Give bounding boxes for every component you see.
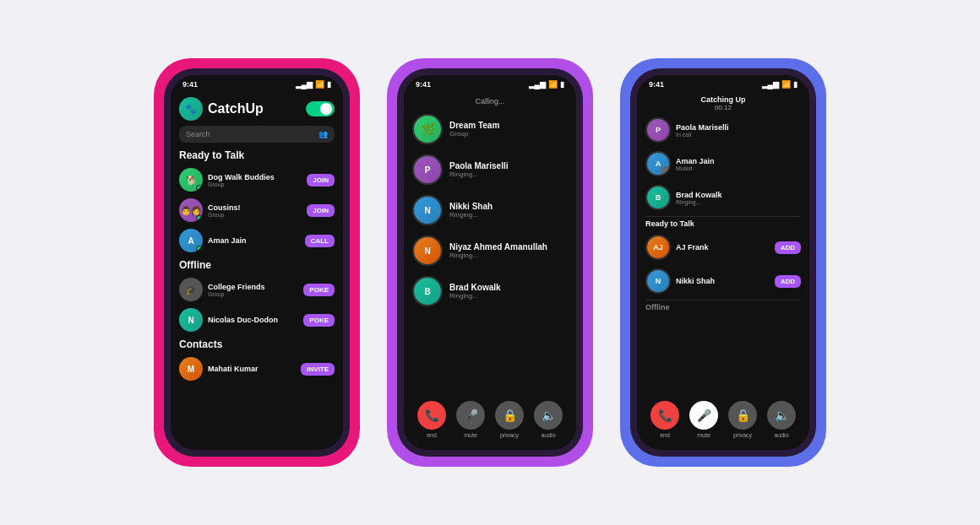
audio-label-2: audio	[541, 432, 555, 438]
end-call-btn[interactable]: 📞 end	[417, 401, 446, 438]
privacy-label-3: privacy	[733, 432, 752, 438]
section-ready-3: Ready to Talk	[645, 219, 801, 228]
calling-status-brad: Ringing...	[449, 292, 568, 300]
avatar-aman: A	[179, 229, 203, 252]
calling-avatar-brad: B	[412, 276, 443, 306]
contact-name-nicolas: Nicolas Duc-Dodon	[208, 316, 298, 324]
privacy-icon-2: 🔒	[495, 401, 524, 430]
calling-row-niyaz: N Niyaz Ahmed Amanullah Ringing...	[412, 230, 568, 271]
contact-sub-cousins: Group	[208, 212, 302, 218]
audio-btn-3[interactable]: 🔈 audio	[767, 401, 796, 438]
calling-status-label: Calling...	[404, 90, 576, 109]
status-icons-3: ▂▄▆ 📶 ▮	[762, 80, 798, 89]
contact-dog-walk: 🐕 Dog Walk Buddies Group JOIN	[179, 165, 335, 195]
calling-info-paola: Paola Mariselli Ringing...	[449, 161, 568, 178]
time-2: 9:41	[416, 80, 431, 89]
contact-cousins: 👨‍👩 Cousins! Group JOIN	[179, 195, 335, 225]
phone-3-screen: 9:41 ▂▄▆ 📶 ▮ Catching Up 00:12 P	[637, 75, 809, 450]
battery-icon: ▮	[327, 80, 331, 89]
audio-icon-3: 🔈	[767, 401, 796, 430]
mute-btn-2[interactable]: 🎤 mute	[456, 401, 485, 438]
call-button-aman[interactable]: CALL	[305, 235, 335, 247]
incall-info-nikki3: Nikki Shah	[676, 277, 770, 285]
calling-name-brad: Brad Kowalk	[449, 283, 568, 292]
audio-btn-2[interactable]: 🔈 audio	[534, 401, 563, 438]
poke-button-college[interactable]: POKE	[303, 284, 335, 296]
end-label-3: end	[660, 432, 670, 438]
contact-info-aman: Aman Jain	[208, 236, 300, 245]
join-button-cousins[interactable]: JOIN	[307, 204, 335, 217]
incall-status-brad: Ringing...	[676, 199, 801, 205]
incall-avatar-nikki3: N	[645, 268, 671, 294]
calling-avatar-dream-team: 🌿	[412, 114, 443, 144]
add-contact-icon: 👥	[318, 130, 328, 138]
calling-info-brad: Brad Kowalk Ringing...	[449, 283, 568, 300]
contact-info-cousins: Cousins! Group	[208, 203, 302, 218]
phone-2-inner: 9:41 ▂▄▆ 📶 ▮ Calling... 🌿	[397, 68, 583, 457]
wifi-icon-3: 📶	[781, 80, 791, 89]
contact-college-friends: 🎓 College Friends Group POKE	[179, 274, 335, 305]
privacy-icon-3: 🔒	[728, 401, 757, 430]
contact-name-dog-walk: Dog Walk Buddies	[208, 173, 302, 181]
signal-icon-2: ▂▄▆	[529, 80, 546, 89]
calling-sub-dream-team: Group	[449, 130, 568, 138]
contact-name-college: College Friends	[208, 283, 298, 291]
calling-name-nikki: Nikki Shah	[449, 202, 568, 211]
avatar-dog-walk: 🐕	[179, 168, 203, 192]
toggle-knob	[320, 103, 332, 115]
mute-btn-3[interactable]: 🎤 mute	[689, 401, 718, 438]
calling-info-dream-team: Dream Team Group	[449, 121, 568, 138]
incall-row-aman: A 🎤 Aman Jain Muted	[645, 147, 801, 181]
avatar-cousins: 👨‍👩	[179, 198, 203, 222]
incall-avatar-brad3: B	[645, 185, 671, 210]
phone-3-inner: 9:41 ▂▄▆ 📶 ▮ Catching Up 00:12 P	[630, 68, 816, 457]
app-title: CatchUp	[208, 101, 264, 116]
incall-status-paola: In call	[676, 132, 801, 138]
screen3-content: Catching Up 00:12 P Paola Mariselli In c…	[637, 90, 809, 450]
add-button-aj[interactable]: ADD	[775, 241, 801, 254]
end-call-icon-3: 📞	[651, 401, 679, 430]
add-button-nikki3[interactable]: ADD	[775, 275, 801, 288]
section-offline-3: Offline	[645, 303, 801, 311]
contact-sub-dog-walk: Group	[208, 181, 302, 187]
divider-2	[645, 300, 801, 300]
incall-avatar-paola: P	[645, 117, 671, 143]
online-indicator	[196, 215, 202, 221]
calling-row-dream-team: 🌿 Dream Team Group	[412, 109, 568, 149]
end-call-btn-3[interactable]: 📞 end	[651, 401, 679, 438]
screen1-content: 🐾 CatchUp Search 👥 Ready to Talk	[171, 90, 343, 450]
privacy-btn-2[interactable]: 🔒 privacy	[495, 401, 524, 438]
calling-name-dream-team: Dream Team	[449, 121, 568, 130]
calling-avatar-niyaz: N	[412, 235, 443, 266]
call-controls-3: 📞 end 🎤 mute 🔒 privacy 🔈 audio	[637, 391, 809, 450]
status-icons-2: ▂▄▆ 📶 ▮	[529, 80, 564, 89]
search-bar[interactable]: Search 👥	[179, 126, 335, 143]
incall-info-aman: Aman Jain Muted	[676, 157, 801, 171]
toggle-switch[interactable]	[306, 101, 335, 116]
privacy-btn-3[interactable]: 🔒 privacy	[728, 401, 757, 438]
section-ready-to-talk: Ready to Talk	[179, 149, 335, 161]
calling-row-brad: B Brad Kowalk Ringing...	[412, 271, 568, 311]
app-logo-avatar: 🐾	[179, 97, 203, 121]
online-indicator	[196, 246, 202, 252]
status-bar-3: 9:41 ▂▄▆ 📶 ▮	[637, 75, 809, 90]
battery-icon-2: ▮	[560, 80, 564, 89]
phone-1-screen: 9:41 ▂▄▆ 📶 ▮ 🐾 CatchUp	[171, 75, 343, 450]
join-button-dog-walk[interactable]: JOIN	[307, 174, 335, 187]
phone-2-screen: 9:41 ▂▄▆ 📶 ▮ Calling... 🌿	[404, 75, 576, 450]
wifi-icon: 📶	[315, 80, 324, 89]
incall-info-aj: AJ Frank	[676, 243, 770, 252]
incall-name-aj: AJ Frank	[676, 243, 770, 252]
wifi-icon-2: 📶	[548, 80, 558, 89]
avatar-college-friends: 🎓	[179, 278, 203, 301]
invite-button-mahati[interactable]: INVITE	[301, 363, 335, 376]
incall-name-aman: Aman Jain	[676, 157, 801, 165]
calling-info-nikki: Nikki Shah Ringing...	[449, 202, 568, 219]
calling-status-paola: Ringing...	[449, 170, 568, 178]
incall-row-paola: P Paola Mariselli In call	[645, 113, 801, 147]
poke-button-nicolas[interactable]: POKE	[303, 314, 335, 327]
signal-icon-3: ▂▄▆	[762, 80, 779, 89]
calling-avatar-paola: P	[412, 154, 443, 185]
time-1: 9:41	[182, 80, 198, 89]
contact-info-mahati: Mahati Kumar	[208, 365, 296, 373]
